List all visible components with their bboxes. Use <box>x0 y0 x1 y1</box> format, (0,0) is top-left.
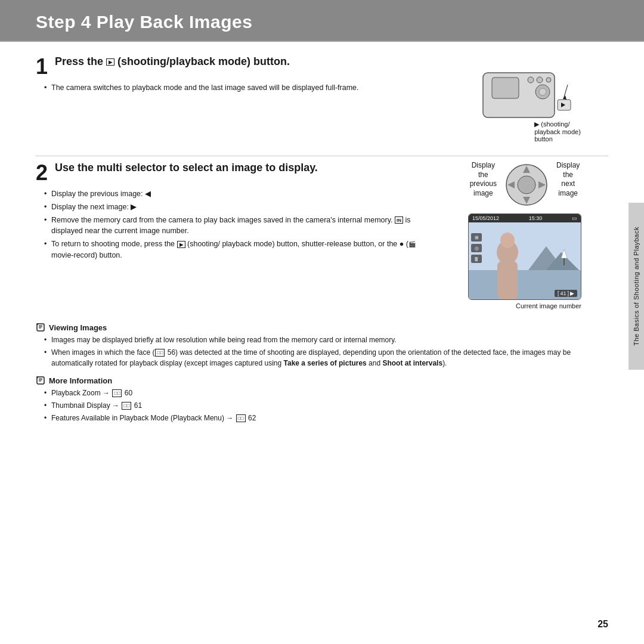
svg-rect-25 <box>497 261 518 299</box>
step1-section: 1 Press the ▶ (shooting/playback mode) b… <box>36 55 608 148</box>
pencil-icon <box>36 323 45 332</box>
viewing-bullet-2: When images in which the face (□□ 56) wa… <box>44 347 608 369</box>
screen-icon-3: 🗑 <box>471 255 482 263</box>
step2-section: 2 Use the multi selector to select an im… <box>36 161 608 314</box>
page-number: 25 <box>597 619 608 630</box>
play-indicator: ▶ <box>570 290 574 296</box>
viewing-images-title: Viewing Images <box>49 323 107 332</box>
play-icon: ▶ <box>106 58 114 66</box>
svg-point-2 <box>528 77 534 83</box>
more-info-item-2: Thumbnail Display → □□ 61 <box>44 400 608 411</box>
step2-bullets: Display the previous image: ◀ Display th… <box>36 188 429 261</box>
more-info-item-1: Playback Zoom → □□ 60 <box>44 388 608 398</box>
more-info-item-3: Features Available in Playback Mode (Pla… <box>44 413 608 423</box>
viewing-bullet-1: Images may be displayed briefly at low r… <box>44 335 608 345</box>
viewing-images-bullets: Images may be displayed briefly at low r… <box>36 335 608 369</box>
selector-label-right: Display the next image <box>556 161 580 198</box>
step1-bullet-1: The camera switches to playback mode and… <box>44 82 429 94</box>
viewing-images-header: Viewing Images <box>36 323 608 332</box>
more-information-title: More Information <box>49 376 112 385</box>
diagram-label: ▶ (shooting/ playback mode) button <box>534 120 581 143</box>
ref-icon-60: □□ <box>112 389 122 397</box>
main-content: 1 Press the ▶ (shooting/playback mode) b… <box>0 42 644 442</box>
sidebar-tab-text: The Basics of Shooting and Playback <box>633 227 640 346</box>
svg-point-12 <box>518 176 535 194</box>
more-information-box: More Information Playback Zoom → □□ 60 T… <box>36 376 608 423</box>
pencil-icon-2 <box>36 376 45 385</box>
selector-label-left: Display the previous image <box>470 161 497 198</box>
screen-battery: ▭ <box>572 215 577 221</box>
step1-number: 1 <box>36 56 48 78</box>
step1-header: 1 Press the ▶ (shooting/playback mode) b… <box>36 55 429 78</box>
play-mode-icon: ▶ <box>177 241 185 248</box>
memory-card-icon: IN <box>395 216 403 224</box>
current-image-label: Current image number <box>468 302 581 309</box>
number-bracket-close: ] <box>567 290 569 296</box>
ref-icon-61: □□ <box>122 402 131 410</box>
screen-content: ⊞ ◎ 🗑 <box>469 222 581 298</box>
camera-diagram-svg <box>465 55 584 126</box>
sidebar-tab: The Basics of Shooting and Playback <box>628 203 644 370</box>
ref-icon-56: □□ <box>155 349 165 357</box>
ref-icon-62: □□ <box>236 414 246 422</box>
number-bracket-open: [ <box>558 290 559 296</box>
page-title: Step 4 Play Back Images <box>36 12 608 32</box>
viewing-images-box: Viewing Images Images may be displayed b… <box>36 323 608 369</box>
svg-marker-10 <box>563 95 566 100</box>
screen-image-number: [ 41 ] ▶ <box>555 290 577 297</box>
screen-icons: ⊞ ◎ 🗑 <box>471 233 482 263</box>
svg-point-6 <box>539 88 546 95</box>
step1-diagram: ▶ (shooting/ playback mode) button <box>441 55 608 143</box>
screen-icon-1: ⊞ <box>471 233 482 242</box>
step2-bullet-4: To return to shooting mode, press the ▶ … <box>44 239 429 261</box>
svg-point-3 <box>537 77 543 83</box>
more-information-header: More Information <box>36 376 608 385</box>
svg-point-4 <box>546 78 551 82</box>
screen-time: 15:30 <box>529 215 543 221</box>
svg-rect-22 <box>564 258 565 265</box>
step2-bullet-2: Display the next image: ▶ <box>44 202 429 213</box>
step2-left: 2 Use the multi selector to select an im… <box>36 161 429 309</box>
step2-diagram: Display the previous image <box>441 161 608 309</box>
screen-icon-2: ◎ <box>471 244 482 252</box>
notes-section: Viewing Images Images may be displayed b… <box>36 323 608 431</box>
step1-left: 1 Press the ▶ (shooting/playback mode) b… <box>36 55 429 143</box>
svg-rect-1 <box>492 78 519 98</box>
step2-header: 2 Use the multi selector to select an im… <box>36 161 429 184</box>
step2-bullet-3: Remove the memory card from the camera t… <box>44 215 429 237</box>
multi-selector-svg <box>503 161 550 209</box>
page-header: Step 4 Play Back Images <box>0 1 644 42</box>
screen-date: 15/05/2012 <box>472 215 499 221</box>
more-information-bullets: Playback Zoom → □□ 60 Thumbnail Display … <box>36 388 608 423</box>
separator-1 <box>36 156 608 156</box>
step2-bullet-1: Display the previous image: ◀ <box>44 188 429 200</box>
step2-title: Use the multi selector to select an imag… <box>55 162 318 174</box>
step1-title: Press the ▶ (shooting/playback mode) but… <box>55 55 290 67</box>
movie-icon: 🎬 <box>408 241 416 247</box>
step2-number: 2 <box>36 162 48 184</box>
camera-screen: 15/05/2012 15:30 ▭ <box>468 213 581 300</box>
selector-labels: Display the previous image <box>470 161 580 209</box>
step1-bullets: The camera switches to playback mode and… <box>36 82 429 94</box>
svg-point-24 <box>500 233 515 248</box>
screen-bg-svg <box>469 222 581 299</box>
screen-header: 15/05/2012 15:30 ▭ <box>469 214 581 222</box>
